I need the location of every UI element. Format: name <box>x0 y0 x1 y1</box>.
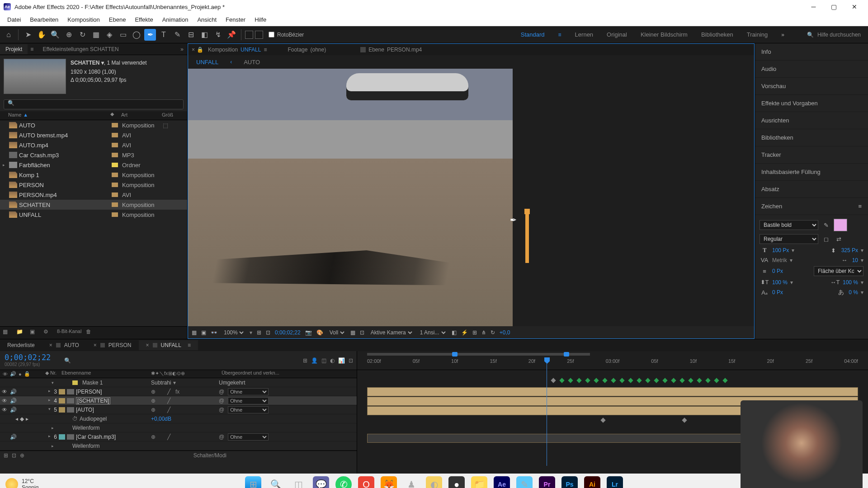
parent-pickwhip-icon[interactable]: @ <box>219 398 224 404</box>
kerning-value[interactable]: Metrik <box>772 257 787 263</box>
layer-label-swatch[interactable] <box>59 434 65 440</box>
comp-tab-unfall[interactable]: Komposition UNFALL ≡ <box>205 46 269 54</box>
taskbar-ps[interactable]: Ps <box>561 476 578 488</box>
wellenform-prop[interactable]: Wellenform <box>59 425 151 431</box>
collapse-switch[interactable] <box>159 398 165 404</box>
wellenform-prop[interactable]: Wellenform <box>59 443 151 449</box>
font-family-select[interactable]: Bastile bold <box>760 220 818 230</box>
panel-tracker[interactable]: Tracker <box>755 146 868 164</box>
audio-toggle[interactable]: 🔊 <box>10 407 16 413</box>
close-tab-icon[interactable]: × <box>192 47 195 53</box>
solo-toggle[interactable] <box>18 434 24 440</box>
label-swatch[interactable] <box>112 192 118 197</box>
tl-expand-icon[interactable]: ⊡ <box>12 452 16 459</box>
project-item-car-crash-mp3[interactable]: Car Crash.mp3 MP3 <box>0 150 187 160</box>
menu-ansicht[interactable]: Ansicht <box>193 14 221 25</box>
label-swatch[interactable] <box>112 133 118 137</box>
layer-row-4[interactable]: 👁 🔊 ▸4 [SCHATTEN] ⊕ ╱ @ Ohne <box>0 396 357 405</box>
viewer-timecode[interactable]: 0;00;02;22 <box>275 329 301 336</box>
audio-keyframe[interactable] <box>682 418 687 422</box>
shy-switch[interactable]: ⊕ <box>151 434 157 440</box>
panel-audio[interactable]: Audio <box>755 61 868 78</box>
workspace-menu-icon[interactable]: ≡ <box>558 32 561 38</box>
fx-switch[interactable] <box>175 407 182 413</box>
project-item-schatten[interactable]: SCHATTEN Komposition <box>0 200 187 210</box>
rotate-tool[interactable]: ↻ <box>76 29 88 41</box>
reset-exposure-icon[interactable]: ↻ <box>491 329 495 336</box>
project-item-unfall[interactable]: UNFALL Komposition <box>0 210 187 220</box>
visibility-toggle[interactable]: 👁 <box>2 398 8 404</box>
label-swatch[interactable] <box>112 212 118 217</box>
project-item-person[interactable]: PERSON Komposition <box>0 180 187 190</box>
collapse-switch[interactable] <box>159 434 165 440</box>
layer-label-swatch[interactable] <box>59 398 65 404</box>
footage-tab[interactable]: Footage (ohne) <box>285 46 329 54</box>
layer-label-swatch[interactable] <box>59 407 65 413</box>
project-item-auto[interactable]: AUTO Komposition ⬚ <box>0 120 187 130</box>
bit-depth[interactable]: 8-Bit-Kanal <box>57 328 81 338</box>
panel-zeichen[interactable]: Zeichen≡ <box>755 198 868 215</box>
ellipse-tool[interactable]: ◯ <box>131 29 142 41</box>
lock-toggle[interactable] <box>26 389 33 395</box>
start-button[interactable]: ⊞ <box>245 476 261 488</box>
exposure-value[interactable]: +0,0 <box>500 329 510 336</box>
lock-icon[interactable]: 🔒 <box>197 47 203 53</box>
taskbar-ai[interactable]: Ai <box>584 476 600 488</box>
label-swatch[interactable] <box>112 153 118 157</box>
orbit-tool[interactable]: ⊕ <box>63 29 75 41</box>
taskbar-firefox[interactable]: 🦊 <box>381 476 397 488</box>
workspace-standard[interactable]: Standard <box>521 31 545 38</box>
quality-switch[interactable]: ╱ <box>167 434 174 440</box>
switches-modes-toggle[interactable]: Schalter/Modi <box>193 452 226 459</box>
safe-zones-icon[interactable]: ⊡ <box>360 329 364 336</box>
tl-frame-blend-icon[interactable]: ◫ <box>321 357 326 364</box>
taskbar-lr[interactable]: Lr <box>607 476 623 488</box>
camera-select[interactable]: Aktive Kamera <box>369 329 414 336</box>
new-folder-icon[interactable]: 📁 <box>16 328 25 338</box>
baseline-value[interactable]: 0 Px <box>772 289 783 296</box>
lock-toggle[interactable] <box>26 434 33 440</box>
parent-select[interactable]: Ohne <box>228 406 269 413</box>
timeline-timecode[interactable]: 0;00;02;22 <box>5 353 56 362</box>
taskbar-pr[interactable]: Pr <box>539 476 555 488</box>
no-fill-icon[interactable]: ◻ <box>821 236 831 243</box>
taskbar-app4[interactable]: ✎ <box>516 476 533 488</box>
alpha-icon[interactable]: ▦ <box>192 329 197 336</box>
stopwatch-icon[interactable]: ⏱ <box>72 416 78 422</box>
pen-path-handle[interactable] <box>525 213 529 263</box>
menu-hilfe[interactable]: Hilfe <box>250 14 271 25</box>
menu-effekte[interactable]: Effekte <box>130 14 157 25</box>
taskbar-search[interactable]: 🔍 <box>268 476 284 488</box>
project-item-auto-bremst-mp4[interactable]: AUTO bremst.mp4 AVI <box>0 130 187 140</box>
menu-ebene[interactable]: Ebene <box>104 14 131 25</box>
shy-switch[interactable]: ⊕ <box>151 389 157 395</box>
tracking-value[interactable]: 10 <box>852 257 858 263</box>
label-swatch[interactable] <box>112 163 118 167</box>
close-button[interactable]: ✕ <box>844 0 864 14</box>
label-swatch[interactable] <box>112 183 118 187</box>
menu-datei[interactable]: Datei <box>3 14 25 25</box>
channel-icon[interactable]: ▣ <box>201 329 206 336</box>
shy-switch[interactable]: ⊕ <box>151 407 157 413</box>
expand-layer[interactable]: ▸ <box>48 398 54 404</box>
roto-tool[interactable]: ↯ <box>212 29 224 41</box>
col-label-header[interactable]: ◆ <box>105 111 119 120</box>
mask-mode-select[interactable]: Subtrahi <box>151 380 171 386</box>
workspace-overflow-icon[interactable]: » <box>781 32 784 38</box>
color-mgmt-icon[interactable]: 🎨 <box>316 329 323 336</box>
hand-tool[interactable]: ✋ <box>36 29 47 41</box>
quality-switch[interactable]: ╱ <box>167 389 174 395</box>
col-type-header[interactable]: Art <box>119 111 160 120</box>
taskbar-app3[interactable]: ◐ <box>426 476 442 488</box>
tl-search-icon[interactable]: 🔍 <box>64 357 71 364</box>
camera-tool[interactable]: ▦ <box>90 29 102 41</box>
panel-vorschau[interactable]: Vorschau <box>755 78 868 95</box>
panel-bibliotheken[interactable]: Bibliotheken <box>755 129 868 146</box>
expand-layer[interactable]: ▾ <box>48 407 54 413</box>
keyframe-toggle[interactable]: ◆ <box>20 416 24 422</box>
maximize-button[interactable]: ▢ <box>824 0 844 14</box>
zoom-select[interactable]: 100% <box>222 329 245 336</box>
new-comp-icon[interactable]: ▣ <box>30 328 39 338</box>
tl-brainstorm-icon[interactable]: ⊡ <box>349 357 353 364</box>
playhead[interactable] <box>547 357 547 466</box>
